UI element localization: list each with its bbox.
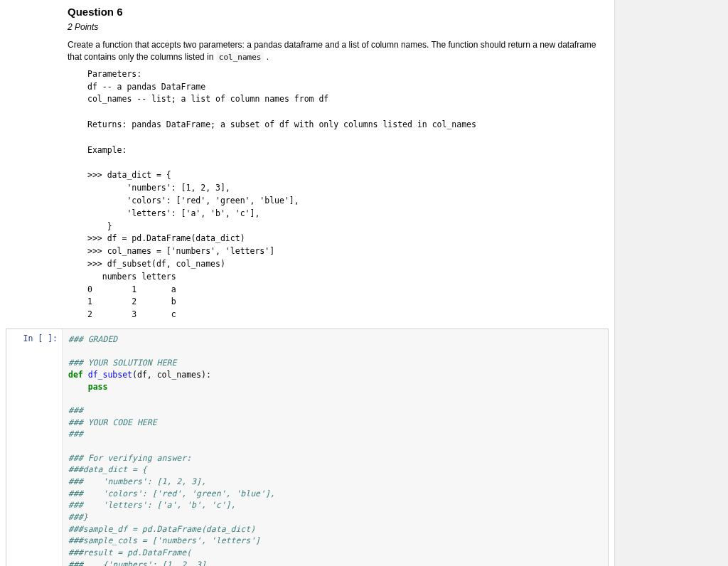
code-cell[interactable]: In [ ]: ### GRADED ### YOUR SOLUTION HER… [6, 329, 609, 566]
cell-prompt-label: In [ ]: [23, 333, 58, 343]
markdown-cell: Question 6 2 Points Create a function th… [68, 0, 601, 321]
question-title: Question 6 [68, 6, 601, 18]
prompt-text-post: . [267, 52, 269, 62]
prompt-inline-code: col_names [216, 52, 264, 63]
right-sidebar-gutter [614, 0, 728, 566]
question-points: 2 Points [68, 22, 601, 32]
notebook-page: Question 6 2 Points Create a function th… [0, 0, 614, 566]
question-prompt: Create a function that accepts two param… [68, 39, 601, 64]
code-content[interactable]: ### GRADED ### YOUR SOLUTION HERE def df… [68, 333, 602, 566]
code-input-area[interactable]: ### GRADED ### YOUR SOLUTION HERE def df… [62, 329, 608, 566]
question-docstring: Parameters: df -- a pandas DataFrame col… [87, 68, 601, 321]
cell-prompt: In [ ]: [6, 329, 62, 566]
prompt-text-pre: Create a function that accepts two param… [68, 40, 596, 62]
